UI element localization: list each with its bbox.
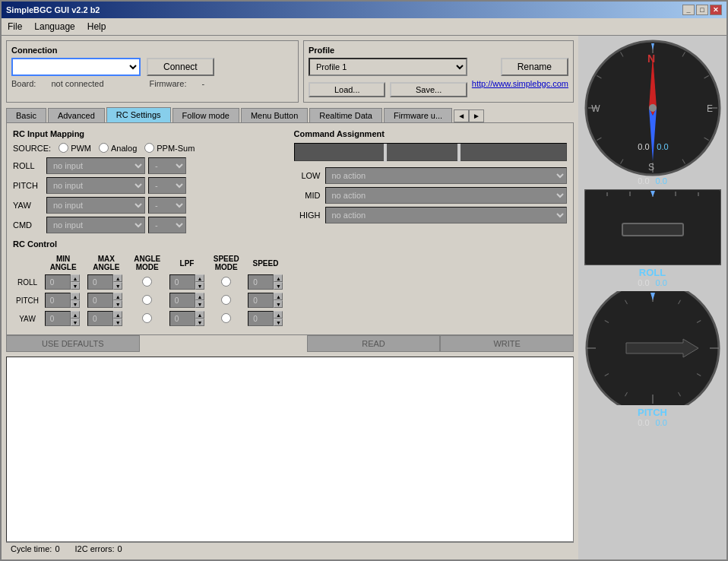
- yaw-map-row: YAW no input -: [13, 197, 286, 214]
- yaw-max-field[interactable]: [87, 311, 113, 326]
- roll-speed-down[interactable]: ▼: [274, 282, 283, 290]
- tab-follow-mode[interactable]: Follow mode: [173, 108, 239, 122]
- yaw-angle-mode-radio[interactable]: [142, 313, 152, 323]
- pitch-max-down[interactable]: ▼: [113, 300, 122, 308]
- yaw-modifier-select[interactable]: -: [148, 197, 186, 214]
- roll-max-down[interactable]: ▼: [113, 282, 122, 290]
- yaw-lpf-down[interactable]: ▼: [195, 319, 204, 326]
- table-row: ROLL ▲▼ ▲▼ ▲▼ ▲▼: [13, 273, 286, 291]
- yaw-lpf-field[interactable]: [169, 311, 195, 326]
- tab-nav-right[interactable]: ►: [469, 109, 484, 122]
- roll-map-label: ROLL: [13, 161, 43, 170]
- yaw-speed-field[interactable]: [248, 311, 274, 326]
- tab-realtime-data[interactable]: Realtime Data: [309, 108, 382, 122]
- pitch-lpf-up[interactable]: ▲: [195, 293, 204, 300]
- pitch-lpf-field[interactable]: [169, 293, 195, 308]
- yaw-max-input: ▲▼: [87, 311, 125, 326]
- cmd-map-label: CMD: [13, 220, 43, 230]
- roll-max-field[interactable]: [87, 274, 113, 290]
- analog-radio[interactable]: [99, 143, 109, 153]
- yaw-lpf-up[interactable]: ▲: [195, 311, 204, 319]
- connect-button[interactable]: Connect: [147, 58, 214, 76]
- cmd-input-select[interactable]: no input: [46, 217, 145, 233]
- pwm-radio[interactable]: [59, 143, 68, 153]
- mid-label: MID: [294, 191, 321, 200]
- tab-advanced[interactable]: Advanced: [48, 108, 105, 122]
- minimize-button[interactable]: _: [682, 5, 695, 15]
- tab-rc-settings[interactable]: RC Settings: [106, 107, 171, 122]
- write-button[interactable]: WRITE: [440, 335, 574, 352]
- ppm-radio[interactable]: [144, 143, 154, 153]
- pitch-label: PITCH: [638, 407, 667, 418]
- cmd-title: Command Assignment: [294, 129, 568, 138]
- roll-lpf-up[interactable]: ▲: [195, 274, 204, 282]
- rename-button[interactable]: Rename: [501, 58, 568, 76]
- roll-input-select[interactable]: no input: [46, 157, 145, 174]
- pitch-modifier-select[interactable]: -: [148, 177, 186, 194]
- pitch-instrument: PITCH 0.0 0.0: [584, 291, 722, 427]
- low-action-select[interactable]: no action: [325, 167, 568, 184]
- load-button[interactable]: Load...: [309, 82, 385, 97]
- yaw-min-field[interactable]: [45, 311, 71, 326]
- tab-basic[interactable]: Basic: [6, 108, 46, 122]
- yaw-max-up[interactable]: ▲: [113, 311, 122, 319]
- roll-max-up[interactable]: ▲: [113, 274, 122, 282]
- pitch-lpf-down[interactable]: ▼: [195, 300, 204, 308]
- menu-file[interactable]: File: [2, 20, 28, 33]
- cycle-time-label: Cycle time:: [11, 544, 52, 553]
- pitch-max-up[interactable]: ▲: [113, 293, 122, 300]
- read-button[interactable]: READ: [307, 335, 441, 352]
- tab-menu-button[interactable]: Menu Button: [241, 108, 308, 122]
- roll-lpf-down[interactable]: ▼: [195, 282, 204, 290]
- slider-marker-2: [457, 144, 461, 162]
- roll-speed-up[interactable]: ▲: [274, 274, 283, 282]
- high-label: HIGH: [294, 211, 321, 220]
- profile-select[interactable]: Profile 1 Profile 2: [309, 58, 467, 76]
- use-defaults-button[interactable]: USE DEFAULTS: [6, 335, 140, 352]
- maximize-button[interactable]: □: [696, 5, 708, 15]
- rc-control-title: RC Control: [13, 239, 286, 249]
- roll-speed-field[interactable]: [248, 274, 274, 290]
- pitch-min-up[interactable]: ▲: [71, 293, 80, 300]
- yaw-speed-up[interactable]: ▲: [274, 311, 283, 319]
- pitch-max-field[interactable]: [87, 293, 113, 308]
- pitch-speed-up[interactable]: ▲: [274, 293, 283, 300]
- roll-lpf-input: ▲▼: [169, 274, 204, 290]
- pitch-val2: 0.0: [656, 418, 667, 427]
- port-select[interactable]: [11, 58, 141, 76]
- close-button[interactable]: ✕: [710, 5, 722, 15]
- roll-min-field[interactable]: [45, 274, 71, 290]
- tab-firmware[interactable]: Firmware u...: [384, 108, 452, 122]
- cmd-modifier-select[interactable]: -: [148, 217, 186, 233]
- roll-lpf-field[interactable]: [169, 274, 195, 290]
- save-button[interactable]: Save...: [390, 82, 467, 97]
- col-min-angle: MIN ANGLE: [42, 253, 84, 273]
- roll-speed-mode-radio[interactable]: [221, 277, 231, 287]
- yaw-min-up[interactable]: ▲: [71, 311, 80, 319]
- roll-angle-mode-radio[interactable]: [142, 277, 152, 287]
- pitch-speed-field[interactable]: [248, 293, 274, 308]
- mid-action-select[interactable]: no action: [325, 187, 568, 204]
- high-cmd-row: HIGH no action: [294, 207, 568, 223]
- roll-modifier-select[interactable]: -: [148, 157, 186, 174]
- menu-language[interactable]: Language: [28, 20, 81, 33]
- pitch-angle-mode-radio[interactable]: [142, 295, 152, 305]
- pitch-min-field[interactable]: [45, 293, 71, 308]
- yaw-max-down[interactable]: ▼: [113, 319, 122, 326]
- pitch-speed-mode-radio[interactable]: [221, 295, 231, 305]
- source-row: SOURCE: PWM Analog PPM-Sum: [13, 143, 286, 153]
- pitch-min-down[interactable]: ▼: [71, 300, 80, 308]
- tab-nav-left[interactable]: ◄: [454, 109, 469, 122]
- yaw-input-select[interactable]: no input: [46, 197, 145, 214]
- high-action-select[interactable]: no action: [325, 207, 568, 223]
- yaw-min-down[interactable]: ▼: [71, 319, 80, 326]
- pitch-speed-down[interactable]: ▼: [274, 300, 283, 308]
- menu-help[interactable]: Help: [81, 20, 112, 33]
- pitch-input-select[interactable]: no input: [46, 177, 145, 194]
- roll-min-up[interactable]: ▲: [71, 274, 80, 282]
- yaw-speed-mode-radio[interactable]: [221, 313, 231, 323]
- yaw-speed-down[interactable]: ▼: [274, 319, 283, 326]
- compass-val2: 0.0: [657, 142, 668, 151]
- roll-min-down[interactable]: ▼: [71, 282, 80, 290]
- simplebgc-link[interactable]: http://www.simplebgc.com: [472, 79, 568, 88]
